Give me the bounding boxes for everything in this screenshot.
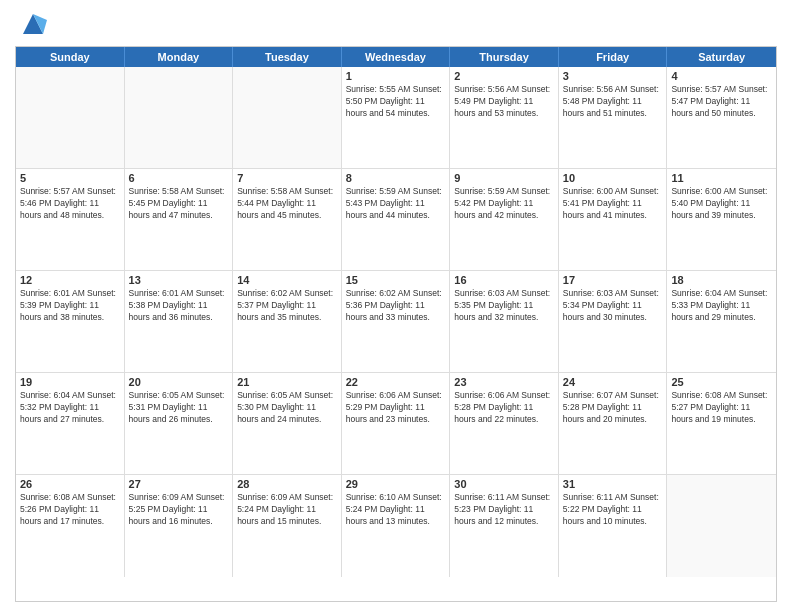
day-number: 8	[346, 172, 446, 184]
page: SundayMondayTuesdayWednesdayThursdayFrid…	[0, 0, 792, 612]
calendar-header: SundayMondayTuesdayWednesdayThursdayFrid…	[16, 47, 776, 67]
day-cell-12: 12Sunrise: 6:01 AM Sunset: 5:39 PM Dayli…	[16, 271, 125, 372]
day-number: 1	[346, 70, 446, 82]
day-cell-18: 18Sunrise: 6:04 AM Sunset: 5:33 PM Dayli…	[667, 271, 776, 372]
weekday-header-sunday: Sunday	[16, 47, 125, 67]
day-info: Sunrise: 6:02 AM Sunset: 5:37 PM Dayligh…	[237, 288, 337, 324]
header	[15, 10, 777, 38]
day-number: 14	[237, 274, 337, 286]
day-cell-22: 22Sunrise: 6:06 AM Sunset: 5:29 PM Dayli…	[342, 373, 451, 474]
day-info: Sunrise: 6:00 AM Sunset: 5:40 PM Dayligh…	[671, 186, 772, 222]
day-cell-16: 16Sunrise: 6:03 AM Sunset: 5:35 PM Dayli…	[450, 271, 559, 372]
day-cell-28: 28Sunrise: 6:09 AM Sunset: 5:24 PM Dayli…	[233, 475, 342, 577]
day-number: 4	[671, 70, 772, 82]
day-number: 12	[20, 274, 120, 286]
calendar-row-3: 19Sunrise: 6:04 AM Sunset: 5:32 PM Dayli…	[16, 373, 776, 475]
day-info: Sunrise: 6:09 AM Sunset: 5:24 PM Dayligh…	[237, 492, 337, 528]
empty-cell-4-6	[667, 475, 776, 577]
day-info: Sunrise: 5:58 AM Sunset: 5:44 PM Dayligh…	[237, 186, 337, 222]
calendar-row-0: 1Sunrise: 5:55 AM Sunset: 5:50 PM Daylig…	[16, 67, 776, 169]
day-cell-6: 6Sunrise: 5:58 AM Sunset: 5:45 PM Daylig…	[125, 169, 234, 270]
day-number: 29	[346, 478, 446, 490]
day-cell-2: 2Sunrise: 5:56 AM Sunset: 5:49 PM Daylig…	[450, 67, 559, 168]
day-cell-9: 9Sunrise: 5:59 AM Sunset: 5:42 PM Daylig…	[450, 169, 559, 270]
day-number: 24	[563, 376, 663, 388]
day-cell-10: 10Sunrise: 6:00 AM Sunset: 5:41 PM Dayli…	[559, 169, 668, 270]
logo-icon	[19, 10, 47, 38]
day-cell-31: 31Sunrise: 6:11 AM Sunset: 5:22 PM Dayli…	[559, 475, 668, 577]
calendar: SundayMondayTuesdayWednesdayThursdayFrid…	[15, 46, 777, 602]
day-cell-20: 20Sunrise: 6:05 AM Sunset: 5:31 PM Dayli…	[125, 373, 234, 474]
day-number: 31	[563, 478, 663, 490]
day-cell-30: 30Sunrise: 6:11 AM Sunset: 5:23 PM Dayli…	[450, 475, 559, 577]
day-number: 16	[454, 274, 554, 286]
day-info: Sunrise: 5:58 AM Sunset: 5:45 PM Dayligh…	[129, 186, 229, 222]
day-info: Sunrise: 5:57 AM Sunset: 5:47 PM Dayligh…	[671, 84, 772, 120]
day-cell-15: 15Sunrise: 6:02 AM Sunset: 5:36 PM Dayli…	[342, 271, 451, 372]
day-cell-13: 13Sunrise: 6:01 AM Sunset: 5:38 PM Dayli…	[125, 271, 234, 372]
day-number: 6	[129, 172, 229, 184]
day-number: 26	[20, 478, 120, 490]
day-cell-7: 7Sunrise: 5:58 AM Sunset: 5:44 PM Daylig…	[233, 169, 342, 270]
weekday-header-saturday: Saturday	[667, 47, 776, 67]
day-number: 28	[237, 478, 337, 490]
day-cell-23: 23Sunrise: 6:06 AM Sunset: 5:28 PM Dayli…	[450, 373, 559, 474]
day-number: 22	[346, 376, 446, 388]
day-info: Sunrise: 6:09 AM Sunset: 5:25 PM Dayligh…	[129, 492, 229, 528]
day-info: Sunrise: 6:01 AM Sunset: 5:39 PM Dayligh…	[20, 288, 120, 324]
day-number: 15	[346, 274, 446, 286]
day-cell-29: 29Sunrise: 6:10 AM Sunset: 5:24 PM Dayli…	[342, 475, 451, 577]
weekday-header-thursday: Thursday	[450, 47, 559, 67]
weekday-header-monday: Monday	[125, 47, 234, 67]
day-number: 17	[563, 274, 663, 286]
day-info: Sunrise: 6:05 AM Sunset: 5:30 PM Dayligh…	[237, 390, 337, 426]
day-number: 18	[671, 274, 772, 286]
day-number: 5	[20, 172, 120, 184]
day-info: Sunrise: 6:04 AM Sunset: 5:32 PM Dayligh…	[20, 390, 120, 426]
weekday-header-tuesday: Tuesday	[233, 47, 342, 67]
day-info: Sunrise: 6:07 AM Sunset: 5:28 PM Dayligh…	[563, 390, 663, 426]
day-info: Sunrise: 6:01 AM Sunset: 5:38 PM Dayligh…	[129, 288, 229, 324]
day-info: Sunrise: 5:57 AM Sunset: 5:46 PM Dayligh…	[20, 186, 120, 222]
day-cell-3: 3Sunrise: 5:56 AM Sunset: 5:48 PM Daylig…	[559, 67, 668, 168]
day-info: Sunrise: 6:11 AM Sunset: 5:23 PM Dayligh…	[454, 492, 554, 528]
day-info: Sunrise: 6:00 AM Sunset: 5:41 PM Dayligh…	[563, 186, 663, 222]
day-cell-21: 21Sunrise: 6:05 AM Sunset: 5:30 PM Dayli…	[233, 373, 342, 474]
day-number: 10	[563, 172, 663, 184]
day-cell-17: 17Sunrise: 6:03 AM Sunset: 5:34 PM Dayli…	[559, 271, 668, 372]
day-cell-26: 26Sunrise: 6:08 AM Sunset: 5:26 PM Dayli…	[16, 475, 125, 577]
day-number: 30	[454, 478, 554, 490]
calendar-body: 1Sunrise: 5:55 AM Sunset: 5:50 PM Daylig…	[16, 67, 776, 577]
day-info: Sunrise: 5:59 AM Sunset: 5:42 PM Dayligh…	[454, 186, 554, 222]
day-number: 21	[237, 376, 337, 388]
day-info: Sunrise: 6:11 AM Sunset: 5:22 PM Dayligh…	[563, 492, 663, 528]
day-cell-19: 19Sunrise: 6:04 AM Sunset: 5:32 PM Dayli…	[16, 373, 125, 474]
day-info: Sunrise: 5:56 AM Sunset: 5:49 PM Dayligh…	[454, 84, 554, 120]
day-info: Sunrise: 6:10 AM Sunset: 5:24 PM Dayligh…	[346, 492, 446, 528]
day-info: Sunrise: 6:02 AM Sunset: 5:36 PM Dayligh…	[346, 288, 446, 324]
day-cell-1: 1Sunrise: 5:55 AM Sunset: 5:50 PM Daylig…	[342, 67, 451, 168]
weekday-header-friday: Friday	[559, 47, 668, 67]
day-info: Sunrise: 6:04 AM Sunset: 5:33 PM Dayligh…	[671, 288, 772, 324]
day-cell-4: 4Sunrise: 5:57 AM Sunset: 5:47 PM Daylig…	[667, 67, 776, 168]
day-number: 11	[671, 172, 772, 184]
day-number: 20	[129, 376, 229, 388]
calendar-row-2: 12Sunrise: 6:01 AM Sunset: 5:39 PM Dayli…	[16, 271, 776, 373]
day-cell-11: 11Sunrise: 6:00 AM Sunset: 5:40 PM Dayli…	[667, 169, 776, 270]
day-info: Sunrise: 6:08 AM Sunset: 5:27 PM Dayligh…	[671, 390, 772, 426]
day-info: Sunrise: 6:05 AM Sunset: 5:31 PM Dayligh…	[129, 390, 229, 426]
empty-cell-0-0	[16, 67, 125, 168]
day-number: 19	[20, 376, 120, 388]
day-info: Sunrise: 6:06 AM Sunset: 5:29 PM Dayligh…	[346, 390, 446, 426]
day-number: 27	[129, 478, 229, 490]
logo	[15, 10, 47, 38]
day-info: Sunrise: 6:08 AM Sunset: 5:26 PM Dayligh…	[20, 492, 120, 528]
calendar-row-1: 5Sunrise: 5:57 AM Sunset: 5:46 PM Daylig…	[16, 169, 776, 271]
day-info: Sunrise: 5:55 AM Sunset: 5:50 PM Dayligh…	[346, 84, 446, 120]
day-info: Sunrise: 5:56 AM Sunset: 5:48 PM Dayligh…	[563, 84, 663, 120]
weekday-header-wednesday: Wednesday	[342, 47, 451, 67]
day-number: 13	[129, 274, 229, 286]
day-info: Sunrise: 6:06 AM Sunset: 5:28 PM Dayligh…	[454, 390, 554, 426]
day-info: Sunrise: 5:59 AM Sunset: 5:43 PM Dayligh…	[346, 186, 446, 222]
day-info: Sunrise: 6:03 AM Sunset: 5:34 PM Dayligh…	[563, 288, 663, 324]
